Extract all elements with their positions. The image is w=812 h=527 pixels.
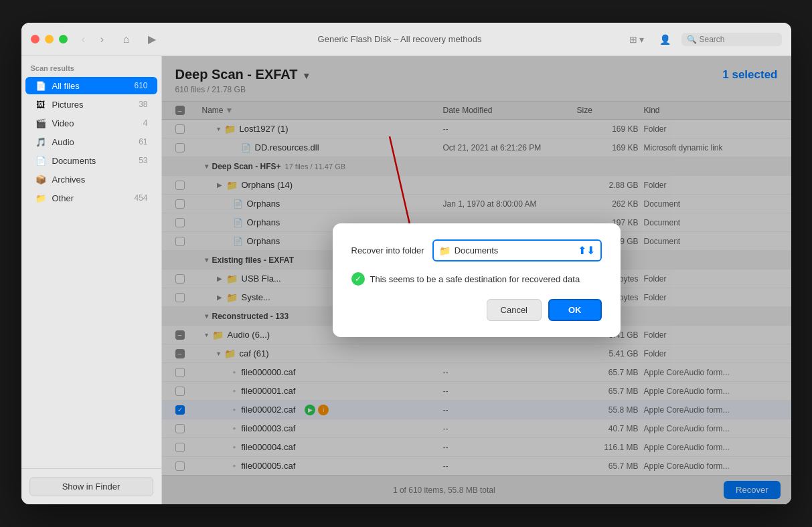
- sidebar-item-label: Documents: [52, 156, 134, 166]
- recover-dialog: Recover into folder 📁 Documents ⬆⬇ ✓ Thi…: [333, 223, 621, 337]
- folder-select[interactable]: 📁 Documents ⬆⬇: [432, 239, 602, 261]
- window-title: Generic Flash Disk – All recovery method…: [175, 34, 625, 44]
- all-files-icon: 📄: [35, 80, 47, 92]
- documents-icon: 📄: [35, 154, 47, 167]
- play-button[interactable]: ▶: [143, 30, 161, 49]
- sidebar-item-label: All files: [52, 81, 129, 91]
- sidebar-item-label: Archives: [52, 175, 143, 185]
- search-bar: 🔍: [681, 33, 782, 46]
- search-icon: 🔍: [687, 35, 697, 44]
- forward-button[interactable]: ›: [94, 31, 110, 47]
- nav-buttons: ‹ ›: [76, 31, 110, 47]
- close-button[interactable]: [31, 35, 39, 43]
- status-check-icon: ✓: [351, 272, 365, 286]
- sidebar-item-label: Other: [52, 193, 129, 203]
- folder-select-icon: 📁: [439, 245, 451, 256]
- sidebar-item-video[interactable]: 🎬 Video 4: [25, 114, 157, 132]
- content-area: Deep Scan - EXFAT ▾ 1 selected 610 files…: [162, 56, 791, 504]
- sidebar-item-count: 454: [134, 193, 147, 203]
- view-button[interactable]: ⊞ ▾: [625, 31, 649, 47]
- cancel-button[interactable]: Cancel: [487, 299, 542, 321]
- sidebar: Scan results 📄 All files 610 🖼 Pictures …: [21, 56, 162, 504]
- other-icon: 📁: [35, 192, 47, 204]
- sidebar-item-count: 38: [139, 100, 147, 109]
- app-window: ‹ › ⌂ ▶ Generic Flash Disk – All recover…: [21, 23, 791, 504]
- main-area: Scan results 📄 All files 610 🖼 Pictures …: [21, 56, 791, 504]
- sidebar-item-audio[interactable]: 🎵 Audio 61: [25, 133, 157, 150]
- minimize-button[interactable]: [45, 35, 54, 43]
- home-button[interactable]: ⌂: [117, 30, 136, 49]
- maximize-button[interactable]: [59, 35, 68, 43]
- recover-into-label: Recover into folder: [351, 245, 424, 255]
- titlebar-right: ⊞ ▾ 👤 🔍: [625, 31, 782, 47]
- sidebar-section-label: Scan results: [21, 56, 161, 76]
- modal-buttons: Cancel OK: [351, 299, 602, 321]
- modal-overlay: Recover into folder 📁 Documents ⬆⬇ ✓ Thi…: [162, 56, 791, 504]
- sidebar-item-label: Video: [52, 118, 138, 128]
- folder-select-name: Documents: [455, 245, 574, 255]
- modal-folder-row: Recover into folder 📁 Documents ⬆⬇: [351, 239, 602, 261]
- sidebar-item-label: Pictures: [52, 100, 134, 110]
- traffic-lights: [31, 35, 68, 43]
- sidebar-item-other[interactable]: 📁 Other 454: [25, 189, 157, 207]
- ok-button[interactable]: OK: [548, 299, 602, 321]
- titlebar: ‹ › ⌂ ▶ Generic Flash Disk – All recover…: [21, 23, 791, 56]
- sidebar-item-count: 53: [139, 156, 147, 165]
- audio-icon: 🎵: [35, 136, 47, 148]
- sidebar-item-count: 610: [134, 81, 147, 90]
- sidebar-item-label: Audio: [52, 137, 134, 147]
- people-button[interactable]: 👤: [655, 31, 675, 47]
- folder-select-arrow-icon: ⬆⬇: [578, 244, 595, 257]
- status-message: This seems to be a safe destination for …: [370, 274, 580, 284]
- sidebar-item-documents[interactable]: 📄 Documents 53: [25, 152, 157, 169]
- sidebar-item-all-files[interactable]: 📄 All files 610: [25, 77, 157, 94]
- sidebar-item-archives[interactable]: 📦 Archives: [25, 171, 157, 188]
- sidebar-item-count: 4: [143, 118, 148, 128]
- show-in-finder-button[interactable]: Show in Finder: [29, 477, 153, 496]
- pictures-icon: 🖼: [35, 98, 47, 110]
- sidebar-footer: Show in Finder: [21, 468, 161, 504]
- archives-icon: 📦: [35, 173, 47, 185]
- modal-status: ✓ This seems to be a safe destination fo…: [351, 272, 602, 286]
- video-icon: 🎬: [35, 117, 47, 129]
- back-button[interactable]: ‹: [76, 31, 92, 47]
- sidebar-item-pictures[interactable]: 🖼 Pictures 38: [25, 96, 157, 113]
- sidebar-item-count: 61: [139, 137, 147, 146]
- search-input[interactable]: [700, 35, 777, 44]
